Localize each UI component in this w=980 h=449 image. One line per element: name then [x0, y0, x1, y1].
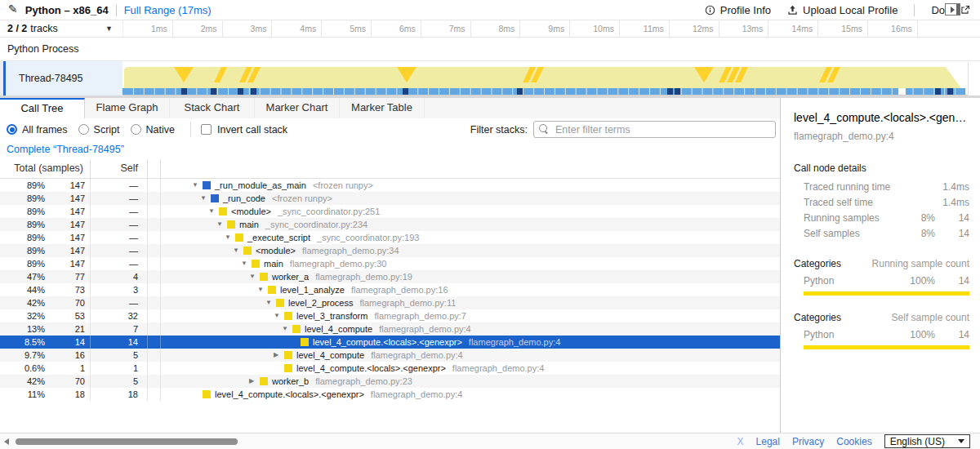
tab-call-tree[interactable]: Call Tree	[0, 98, 85, 118]
chevron-down-icon[interactable]: ▼	[105, 24, 113, 33]
scroll-left-arrow-icon[interactable]	[4, 438, 9, 445]
file-location: flamegraph_demo.py:4	[452, 362, 545, 375]
full-range-link[interactable]: Full Range (17ms)	[124, 4, 212, 16]
stat-row: Running samples8%14	[804, 211, 969, 226]
tree-cell: ▶level_4_computeflamegraph_demo.py:4	[161, 349, 780, 362]
gap-cell	[148, 231, 161, 244]
expand-open-icon[interactable]: ▼	[265, 296, 276, 309]
expand-open-icon[interactable]: ▼	[282, 322, 292, 336]
chevron-down-icon	[958, 439, 964, 443]
calltree-controls: All framesScriptNative Invert call stack…	[0, 118, 780, 140]
table-row[interactable]: 13%217▼level_4_computeflamegraph_demo.py…	[0, 322, 780, 336]
filter-stacks-input[interactable]	[533, 121, 776, 138]
tree-cell: ▼_run_code<frozen runpy>	[161, 192, 780, 205]
radio-label: Native	[146, 124, 175, 136]
column-header-total[interactable]: Total (samples)	[0, 159, 91, 178]
file-location: flamegraph_demo.py:34	[302, 244, 399, 257]
table-row[interactable]: 89%147—▼_run_code<frozen runpy>	[0, 192, 780, 205]
ruler-tick: 4ms	[272, 20, 322, 37]
table-row[interactable]: 47%774▼worker_aflamegraph_demo.py:19	[0, 270, 780, 283]
table-row[interactable]: 89%147—▼_run_module_as_main<frozen runpy…	[0, 179, 780, 192]
expand-open-icon[interactable]: ▼	[200, 192, 211, 205]
file-location: flamegraph_demo.py:19	[315, 270, 412, 283]
total-percent: 89%	[0, 257, 45, 270]
open-sidebar-toggle-icon[interactable]	[945, 3, 960, 16]
gap-cell	[148, 322, 161, 336]
tab-marker-chart[interactable]: Marker Chart	[255, 98, 340, 118]
radio-label: All frames	[22, 124, 68, 136]
process-track[interactable]: Python Process	[0, 38, 980, 61]
category-square-icon	[284, 364, 292, 372]
total-percent: 13%	[0, 322, 45, 336]
footer-link-x[interactable]: X	[737, 436, 744, 447]
ruler-tick: 14ms	[768, 20, 818, 37]
gap-cell	[148, 179, 161, 192]
ruler-tick: 16ms	[868, 20, 918, 37]
table-row[interactable]: 89%147—▼main_sync_coordinator.py:234	[0, 218, 780, 231]
table-row[interactable]: 9.7%165▶level_4_computeflamegraph_demo.p…	[0, 349, 780, 362]
thread-activity-graph[interactable]	[122, 61, 968, 96]
column-header-self[interactable]: Self	[91, 159, 148, 178]
breadcrumb-complete-thread[interactable]: Complete “Thread-78495”	[7, 144, 124, 155]
table-row[interactable]: 89%147—▼_execute_script_sync_coordinator…	[0, 231, 780, 244]
category-square-icon	[260, 273, 268, 281]
gap-cell	[148, 375, 161, 388]
total-samples: 1	[45, 362, 91, 375]
expand-open-icon[interactable]: ▼	[274, 309, 284, 322]
table-row[interactable]: 42%70—▼level_2_processflamegraph_demo.py…	[0, 296, 780, 309]
total-percent: 47%	[0, 270, 45, 283]
tab-flame-graph[interactable]: Flame Graph	[85, 98, 170, 118]
thread-track-label[interactable]: Thread-78495	[6, 61, 122, 96]
footer-link-privacy[interactable]: Privacy	[792, 436, 824, 447]
gap-cell	[148, 388, 161, 401]
total-percent: 89%	[0, 179, 45, 192]
thread-track[interactable]: Thread-78495	[0, 61, 980, 96]
expand-open-icon[interactable]: ▼	[216, 218, 227, 231]
category-square-icon	[284, 351, 292, 359]
footer-links-list: XLegalPrivacyCookies	[737, 436, 872, 447]
tracks-word: tracks	[30, 23, 57, 34]
table-row[interactable]: 89%147—▼<module>flamegraph_demo.py:34	[0, 244, 780, 257]
table-row[interactable]: 44%733▼level_1_analyzeflamegraph_demo.py…	[0, 283, 780, 296]
radio-native[interactable]: Native	[131, 124, 175, 136]
edit-profile-name-icon[interactable]: ✎	[8, 2, 18, 16]
expand-open-icon[interactable]: ▼	[241, 257, 252, 270]
invert-call-stack-checkbox[interactable]	[201, 124, 212, 135]
expand-open-icon[interactable]: ▼	[249, 270, 260, 283]
expand-open-icon[interactable]: ▼	[208, 205, 219, 218]
table-row[interactable]: 89%147—▼mainflamegraph_demo.py:30	[0, 257, 780, 270]
table-row[interactable]: 42%705▶worker_bflamegraph_demo.py:23	[0, 375, 780, 388]
function-name: level_3_transform	[296, 309, 368, 322]
total-percent: 89%	[0, 192, 45, 205]
expand-open-icon[interactable]: ▼	[192, 179, 203, 192]
language-select[interactable]: English (US)	[884, 434, 970, 448]
stat-value: 14	[935, 226, 969, 242]
table-row[interactable]: 8.5%1414level_4_compute.<locals>.<genexp…	[0, 336, 780, 349]
expand-closed-icon[interactable]: ▶	[274, 349, 284, 362]
expand-open-icon[interactable]: ▼	[225, 231, 235, 244]
file-location: <frozen runpy>	[313, 179, 373, 192]
expand-open-icon[interactable]: ▼	[257, 283, 268, 296]
category-square-icon	[243, 247, 252, 255]
gap-cell	[148, 205, 161, 218]
tracks-dropdown[interactable]: 2 / 2 tracks ▼	[0, 20, 122, 37]
category-square-icon	[203, 390, 211, 398]
upload-profile-button[interactable]: Upload Local Profile	[787, 4, 898, 16]
radio-script[interactable]: Script	[78, 124, 120, 136]
table-row[interactable]: 32%5332▼level_3_transformflamegraph_demo…	[0, 309, 780, 322]
horizontal-scrollbar-thumb[interactable]	[16, 438, 238, 445]
tab-marker-table[interactable]: Marker Table	[340, 98, 425, 118]
ruler-tick: 6ms	[372, 20, 421, 37]
expand-closed-icon[interactable]: ▶	[249, 375, 260, 388]
footer-link-legal[interactable]: Legal	[756, 436, 780, 447]
profile-info-button[interactable]: Profile Info	[705, 4, 771, 16]
ruler-tick: 12ms	[670, 20, 719, 37]
radio-all-frames[interactable]: All frames	[7, 124, 68, 136]
table-row[interactable]: 11%1818level_4_compute.<locals>.<genexpr…	[0, 388, 780, 401]
table-row[interactable]: 0.6%11level_4_compute.<locals>.<genexpr>…	[0, 362, 780, 375]
function-name: level_2_process	[288, 296, 354, 309]
footer-link-cookies[interactable]: Cookies	[836, 436, 871, 447]
tab-stack-chart[interactable]: Stack Chart	[170, 98, 255, 118]
table-row[interactable]: 89%147—▼<module>_sync_coordinator.py:251	[0, 205, 780, 218]
expand-open-icon[interactable]: ▼	[233, 244, 243, 257]
